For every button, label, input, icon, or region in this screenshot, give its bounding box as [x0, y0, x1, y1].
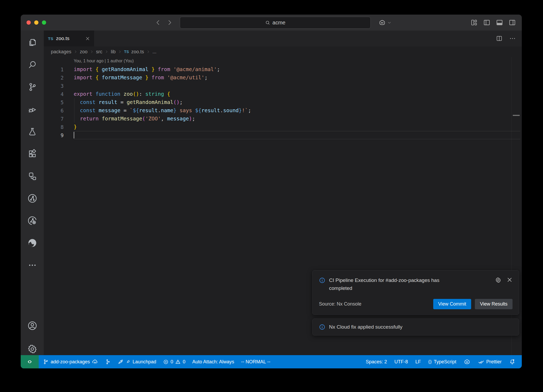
chevron-right-icon: [118, 50, 122, 54]
copilot-icon: [379, 19, 386, 26]
code-lines: 1import { getRandomAnimal } from '@acme/…: [44, 65, 522, 139]
errors-icon: [163, 359, 169, 365]
source-control-icon[interactable]: [21, 76, 44, 98]
notification-close-icon[interactable]: [507, 277, 513, 283]
git-branch-icon: [43, 359, 49, 365]
run-debug-icon[interactable]: [21, 98, 44, 120]
code-line[interactable]: 7 return formatMessage('ZOO', message);: [44, 115, 522, 123]
code-line[interactable]: 1import { getRandomAnimal } from '@acme/…: [44, 65, 522, 73]
code-line[interactable]: 9: [44, 131, 522, 139]
eol-status[interactable]: LF: [413, 355, 424, 368]
breadcrumb-file[interactable]: zoo.ts: [131, 49, 144, 55]
language-status[interactable]: {} TypeScript: [426, 355, 459, 368]
codelens-blame[interactable]: You, 1 hour ago | 1 author (You): [74, 59, 134, 63]
accounts-icon[interactable]: [27, 321, 37, 331]
notification-settings-gear-icon[interactable]: [495, 277, 501, 283]
tab-zoo-ts[interactable]: TS zoo.ts: [44, 31, 94, 46]
split-editor-icon[interactable]: [496, 35, 503, 42]
code-text: return formatMessage('ZOO', message);: [74, 116, 195, 122]
line-number[interactable]: 2: [44, 75, 64, 81]
notification-toast: Nx Cloud fix applied successfully: [312, 319, 519, 336]
notification-message: Nx Cloud fix applied successfully: [329, 324, 402, 330]
copilot-menu-button[interactable]: [379, 15, 391, 31]
notification-toast: CI Pipeline Execution for #add-zoo-packa…: [312, 270, 519, 315]
auto-attach-status[interactable]: Auto Attach: Always: [190, 355, 237, 368]
toggle-panel-button[interactable]: [496, 19, 503, 26]
settings-gear-icon[interactable]: [27, 344, 37, 354]
notifications-bell[interactable]: [506, 355, 518, 368]
line-number[interactable]: 3: [44, 83, 64, 89]
traffic-lights: [27, 20, 46, 25]
chevron-right-icon: [74, 50, 77, 54]
toggle-secondary-sidebar-button[interactable]: [509, 19, 516, 26]
customize-layout-button[interactable]: [470, 19, 478, 26]
copilot-status[interactable]: [461, 355, 473, 368]
chevron-right-icon: [90, 50, 94, 54]
code-text: [74, 132, 74, 138]
breadcrumb-tail[interactable]: ...: [152, 49, 156, 55]
more-views-icon[interactable]: [21, 254, 44, 276]
editor-more-actions-icon[interactable]: [509, 35, 516, 42]
search-value: acme: [273, 20, 286, 26]
code-line[interactable]: 6 const message = `${result.name} says $…: [44, 106, 522, 115]
breadcrumb-item[interactable]: src: [96, 49, 102, 55]
breadcrumb-item[interactable]: zoo: [80, 49, 87, 55]
line-number[interactable]: 1: [44, 67, 64, 72]
tab-close-icon[interactable]: [85, 36, 90, 41]
code-line[interactable]: 5 const result = getRandomAnimal();: [44, 98, 522, 106]
testing-icon[interactable]: [21, 120, 44, 143]
vim-mode-status[interactable]: -- NORMAL --: [238, 355, 273, 368]
minimize-traffic-light[interactable]: [34, 20, 38, 25]
hierarchy-view-icon[interactable]: [21, 165, 44, 187]
line-number[interactable]: 6: [44, 108, 64, 114]
remote-indicator[interactable]: [21, 355, 39, 368]
braces-icon: {}: [428, 359, 432, 364]
problems-status[interactable]: 0 0: [160, 355, 188, 368]
launchpad-status[interactable]: Launchpad: [115, 355, 159, 368]
extensions-icon[interactable]: [21, 143, 44, 165]
activity-bar: [21, 31, 44, 355]
code-line[interactable]: 4export function zoo(): string {: [44, 90, 522, 98]
source-control-graph-status[interactable]: [102, 355, 113, 368]
breadcrumb: packages zoo src lib TS zoo.ts ...: [44, 46, 522, 57]
prettier-status[interactable]: Prettier: [475, 355, 504, 368]
view-commit-button[interactable]: View Commit: [433, 299, 471, 309]
code-text: import { getRandomAnimal } from '@acme/a…: [74, 66, 220, 72]
back-arrow-icon[interactable]: [155, 19, 161, 26]
notification-source: Source: Nx Console: [319, 301, 361, 307]
code-text: import { formatMessage } from '@acme/uti…: [74, 75, 208, 81]
forward-arrow-icon[interactable]: [166, 19, 173, 26]
line-number[interactable]: 9: [44, 132, 64, 138]
command-center-search[interactable]: acme: [180, 17, 371, 29]
zoom-traffic-light[interactable]: [42, 20, 46, 25]
chevron-right-icon: [105, 50, 108, 54]
view-results-button[interactable]: View Results: [475, 299, 513, 309]
line-number[interactable]: 4: [44, 91, 64, 97]
explorer-icon[interactable]: [21, 31, 44, 54]
edge-tools-icon[interactable]: [21, 232, 44, 254]
close-traffic-light[interactable]: [27, 20, 31, 25]
line-number[interactable]: 5: [44, 99, 64, 105]
code-text: const message = `${result.name} says ${r…: [74, 107, 251, 114]
git-branch-status[interactable]: add-zoo-packages: [40, 355, 101, 368]
copilot-icon: [464, 359, 470, 365]
nx-graph-inspect-icon[interactable]: [21, 210, 44, 232]
nx-graph-icon[interactable]: [21, 187, 44, 210]
notification-center: CI Pipeline Execution for #add-zoo-packa…: [312, 270, 519, 336]
breadcrumb-item[interactable]: packages: [51, 49, 71, 55]
code-line[interactable]: 2import { formatMessage } from '@acme/ut…: [44, 73, 522, 82]
indentation-status[interactable]: Spaces: 2: [363, 355, 389, 368]
code-text: const result = getRandomAnimal();: [74, 99, 183, 105]
line-number[interactable]: 7: [44, 116, 64, 122]
code-line[interactable]: 8}: [44, 123, 522, 131]
code-line[interactable]: 3: [44, 82, 522, 90]
overview-ruler-marker: [513, 115, 520, 116]
line-number[interactable]: 8: [44, 124, 64, 130]
breadcrumb-item[interactable]: lib: [111, 49, 116, 55]
toggle-primary-sidebar-button[interactable]: [483, 19, 491, 26]
search-view-icon[interactable]: [21, 54, 44, 76]
code-text: export function zoo(): string {: [74, 91, 170, 97]
double-check-icon: [478, 359, 484, 365]
rocket-icon: [118, 359, 124, 365]
encoding-status[interactable]: UTF-8: [392, 355, 411, 368]
